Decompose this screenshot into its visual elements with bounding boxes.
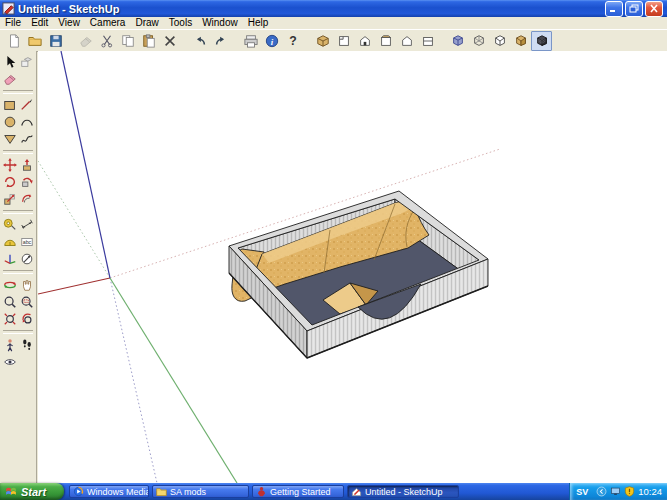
tray-shield-button[interactable] [624, 486, 635, 497]
view-left-button[interactable] [417, 31, 438, 51]
getting-started-icon [256, 486, 267, 497]
line-tool-button[interactable] [19, 97, 35, 113]
circle-tool-button[interactable] [2, 114, 18, 130]
delete-icon [163, 34, 177, 48]
menu-window[interactable]: Window [197, 17, 243, 29]
follow-me-tool-button[interactable] [19, 174, 35, 190]
close-button[interactable] [645, 1, 663, 17]
folder-icon [156, 486, 167, 497]
scale-icon [3, 192, 17, 206]
style-shaded-textures-button[interactable] [531, 31, 552, 51]
dimension-tool-button[interactable] [19, 217, 35, 233]
cut-button[interactable] [96, 31, 117, 51]
redo-button[interactable] [210, 31, 231, 51]
zoom-tool-button[interactable] [2, 294, 18, 310]
task-button-getting-started[interactable]: Getting Started [252, 485, 344, 498]
view-front-button[interactable] [354, 31, 375, 51]
palette-row: abc [0, 234, 36, 250]
palette-divider [3, 150, 33, 154]
style-xray-icon [451, 34, 465, 48]
copy-button[interactable] [117, 31, 138, 51]
freehand-tool-button[interactable] [19, 131, 35, 147]
push-pull-tool-button[interactable] [19, 157, 35, 173]
menu-tools[interactable]: Tools [164, 17, 197, 29]
print-button[interactable] [240, 31, 261, 51]
language-indicator[interactable]: SV [576, 487, 588, 497]
zoom-window-tool-button[interactable] [19, 294, 35, 310]
rectangle-tool-button[interactable] [2, 97, 18, 113]
select-tool-button[interactable] [2, 54, 18, 70]
view-back-button[interactable] [396, 31, 417, 51]
green-axis [110, 278, 237, 483]
text-tool-button[interactable]: abc [19, 234, 35, 250]
make-component-tool-button[interactable] [19, 54, 35, 70]
redo-icon [214, 34, 228, 48]
paste-icon [142, 34, 156, 48]
style-xray-button[interactable] [447, 31, 468, 51]
menu-file[interactable]: File [0, 17, 26, 29]
help-button[interactable]: ? [282, 31, 303, 51]
task-button-windows-media-player[interactable]: Windows Media Player [69, 485, 149, 498]
model-info-button[interactable]: i [261, 31, 282, 51]
menu-view[interactable]: View [53, 17, 85, 29]
new-button[interactable] [3, 31, 24, 51]
style-wireframe-button[interactable] [468, 31, 489, 51]
palette-row [0, 277, 36, 293]
polygon-tool-button[interactable] [2, 131, 18, 147]
open-icon [28, 34, 42, 48]
tray-chevron-button[interactable] [596, 486, 607, 497]
open-button[interactable] [24, 31, 45, 51]
protractor-tool-button[interactable] [2, 234, 18, 250]
start-label: Start [21, 486, 46, 498]
start-button[interactable]: Start [0, 483, 64, 500]
orbit-tool-button[interactable] [2, 277, 18, 293]
undo-button[interactable] [189, 31, 210, 51]
scale-tool-button[interactable] [2, 191, 18, 207]
save-button[interactable] [45, 31, 66, 51]
drawing-canvas[interactable] [38, 51, 667, 483]
title-bar: Untitled - SketchUp [0, 0, 667, 17]
eraser-tool-button[interactable] [2, 71, 18, 87]
green-axis-negative [38, 161, 110, 278]
position-camera-tool-button[interactable] [2, 337, 18, 353]
model-info-icon: i [265, 34, 279, 48]
tape-measure-tool-button[interactable] [2, 217, 18, 233]
move-icon [3, 158, 17, 172]
move-tool-button[interactable] [2, 157, 18, 173]
previous-tool-button[interactable] [19, 311, 35, 327]
view-right-button[interactable] [375, 31, 396, 51]
style-hidden-line-button[interactable] [489, 31, 510, 51]
offset-tool-button[interactable] [19, 191, 35, 207]
palette-row [0, 114, 36, 130]
freehand-icon [20, 132, 34, 146]
svg-text:abc: abc [22, 239, 31, 245]
restore-button[interactable] [625, 1, 643, 17]
walk-tool-button[interactable] [19, 337, 35, 353]
task-button-untitled-sketchup[interactable]: Untitled - SketchUp [347, 485, 459, 498]
view-top-button[interactable] [333, 31, 354, 51]
help-icon: ? [286, 34, 300, 48]
rotate-tool-button[interactable] [2, 174, 18, 190]
task-label: SA mods [170, 487, 206, 497]
task-button-sa-mods[interactable]: SA mods [152, 485, 249, 498]
palette-row [0, 337, 36, 353]
look-around-tool-button[interactable] [2, 354, 18, 370]
view-iso-button[interactable] [312, 31, 333, 51]
paste-button[interactable] [138, 31, 159, 51]
style-shaded-button[interactable] [510, 31, 531, 51]
pan-tool-button[interactable] [19, 277, 35, 293]
arc-tool-button[interactable] [19, 114, 35, 130]
menu-draw[interactable]: Draw [130, 17, 163, 29]
menu-help[interactable]: Help [243, 17, 274, 29]
menu-camera[interactable]: Camera [85, 17, 131, 29]
minimize-button[interactable] [605, 1, 623, 17]
polygon-icon [3, 132, 17, 146]
undo-icon [193, 34, 207, 48]
axes-tool-button[interactable] [2, 251, 18, 267]
section-plane-tool-button[interactable] [19, 251, 35, 267]
tray-monitor-button[interactable] [610, 486, 621, 497]
taskbar-clock[interactable]: 10:24 [638, 486, 662, 497]
menu-edit[interactable]: Edit [26, 17, 53, 29]
zoom-extents-tool-button[interactable] [2, 311, 18, 327]
delete-button[interactable] [159, 31, 180, 51]
